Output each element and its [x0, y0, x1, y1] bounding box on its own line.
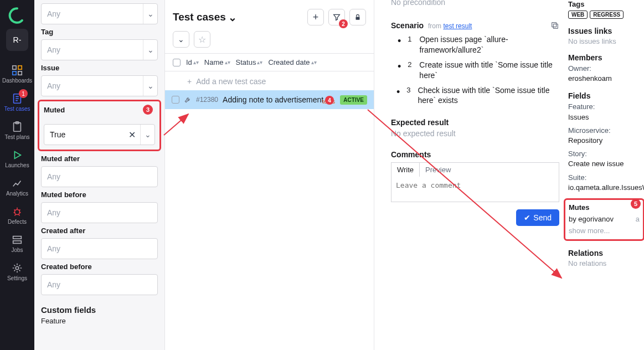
custom-fields-heading: Custom fields	[41, 305, 158, 315]
nav-dashboards[interactable]: Dashboards	[0, 60, 34, 88]
clear-icon[interactable]: ✕	[128, 130, 136, 140]
scenario-heading: Scenario	[391, 21, 424, 30]
fields-heading: Fields	[568, 91, 640, 100]
filter-muted-label: Muted	[44, 106, 155, 114]
expand-button[interactable]: ⌄	[173, 31, 189, 48]
chevron-down-icon: ⌄	[178, 35, 184, 44]
annotation-3-badge: 3	[143, 105, 153, 115]
clipboard-icon	[11, 121, 23, 133]
filter-created-after-label: Created after	[41, 227, 158, 235]
filter-muted-after-label: Muted after	[41, 155, 158, 163]
col-status[interactable]: Status▴▾	[236, 58, 263, 66]
mutes-heading: Mutes	[569, 203, 640, 212]
filter-tag-label: Tag	[41, 28, 158, 36]
show-more-link[interactable]: show more...	[569, 227, 640, 235]
lock-icon	[354, 13, 362, 21]
filter-created-before-label: Created before	[41, 262, 158, 271]
workspace-badge[interactable]: R-	[6, 29, 28, 51]
nav-jobs[interactable]: Jobs	[0, 229, 34, 258]
filter-tag-select[interactable]: Any⌄	[41, 39, 158, 60]
filter-generic-select[interactable]: Any⌄	[41, 3, 158, 24]
svg-point-10	[16, 266, 19, 270]
status-chip: ACTIVE	[340, 95, 367, 105]
annotation-2-badge: 2	[339, 19, 348, 28]
send-button[interactable]: ✔Send	[516, 209, 559, 226]
chevron-down-icon: ⌄	[143, 4, 157, 24]
expected-heading: Expected result	[391, 118, 559, 127]
server-icon	[11, 234, 23, 246]
star-icon: ☆	[198, 34, 206, 45]
svg-rect-0	[13, 66, 16, 69]
filter-muted-before-input[interactable]: Any	[41, 202, 158, 223]
col-created[interactable]: Created date▴▾	[268, 58, 316, 66]
filter-muted-after-input[interactable]: Any	[41, 166, 158, 187]
add-test-case-row[interactable]: + Add a new test case	[165, 71, 374, 90]
tab-write[interactable]: Write	[391, 162, 420, 177]
tags-heading: Tags	[568, 0, 640, 8]
test-case-row[interactable]: #12380 Adding note to advertisement test…	[165, 90, 374, 109]
filter-created-after-input[interactable]: Any	[41, 238, 158, 259]
plus-icon: +	[187, 77, 192, 86]
test-case-name: Adding note to advertisement	[223, 95, 336, 105]
scenario-step: •1Open issues page `allure-framework/all…	[391, 34, 559, 55]
svg-rect-1	[18, 66, 22, 69]
filter-issue-label: Issue	[41, 64, 158, 72]
col-name[interactable]: Name▴▾	[204, 58, 230, 66]
filter-button[interactable]: 2	[328, 9, 345, 25]
page-title[interactable]: Test cases⌄	[173, 11, 237, 24]
comment-input[interactable]	[391, 177, 559, 202]
nav-launches[interactable]: Launches	[0, 145, 34, 173]
tab-preview[interactable]: Preview	[420, 163, 456, 177]
chevron-down-icon: ⌄	[228, 11, 237, 24]
test-result-link[interactable]: test result	[443, 22, 472, 30]
gear-icon	[11, 262, 23, 274]
members-heading: Members	[568, 53, 640, 62]
chevron-down-icon: ⌄	[143, 40, 157, 60]
issues-links-heading: Issues links	[568, 27, 640, 35]
mutes-author: by egorivanov	[569, 215, 614, 223]
scenario-step: •2Create issue with title `Some issue ti…	[391, 60, 559, 81]
filter-muted-before-label: Muted before	[41, 191, 158, 199]
no-issues-text: No issues links	[568, 37, 640, 45]
lock-button[interactable]	[349, 9, 366, 25]
add-button[interactable]: +	[307, 9, 324, 25]
tag-chip: REGRESS	[590, 11, 624, 19]
nav-test-cases[interactable]: 1 Test cases	[0, 88, 34, 116]
nav-test-plans[interactable]: Test plans	[0, 116, 34, 145]
filter-muted-select[interactable]: True ✕ ⌄	[44, 124, 155, 145]
col-id[interactable]: Id▴▾	[186, 58, 199, 66]
annotation-3-box: 3 Muted True ✕ ⌄	[38, 100, 161, 151]
tag-chip: WEB	[568, 11, 588, 19]
filter-created-before-input[interactable]: Any	[41, 274, 158, 295]
dashboard-icon	[11, 64, 23, 76]
svg-rect-3	[18, 71, 22, 75]
svg-point-7	[14, 209, 19, 214]
relations-heading: Relations	[568, 249, 640, 258]
nav-analytics[interactable]: Analytics	[0, 173, 34, 201]
svg-rect-8	[13, 236, 22, 239]
svg-rect-2	[13, 71, 16, 75]
annotation-5-badge: 5	[631, 199, 641, 209]
row-checkbox[interactable]	[172, 96, 179, 104]
no-relations-text: No relations	[568, 259, 640, 267]
bug-icon	[11, 205, 23, 218]
chevron-down-icon: ⌄	[143, 76, 157, 96]
no-precondition-text: No precondition	[391, 0, 559, 7]
check-icon: ✔	[524, 213, 530, 222]
svg-rect-11	[356, 17, 360, 19]
play-icon	[11, 149, 23, 161]
no-expected-text: No expected result	[391, 129, 559, 138]
comments-heading: Comments	[391, 150, 559, 159]
plus-icon: +	[313, 12, 319, 22]
chevron-down-icon: ⌄	[140, 125, 154, 145]
favorite-button[interactable]: ☆	[194, 31, 210, 48]
svg-rect-9	[13, 241, 22, 244]
copy-icon[interactable]	[550, 21, 559, 30]
wrench-icon	[184, 96, 192, 104]
app-logo	[8, 7, 26, 24]
nav-settings[interactable]: Settings	[0, 258, 34, 286]
select-all-checkbox[interactable]	[173, 59, 181, 66]
annotation-5-box: 5 Mutes by egorivanov a show more...	[564, 198, 644, 241]
filter-issue-select[interactable]: Any⌄	[41, 75, 158, 96]
nav-defects[interactable]: Defects	[0, 201, 34, 229]
